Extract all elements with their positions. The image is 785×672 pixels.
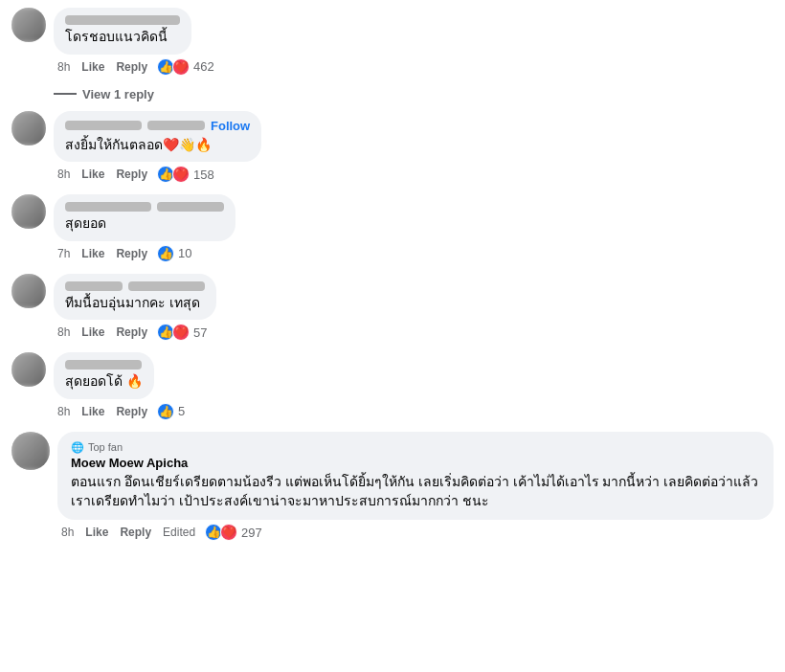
reaction-count: 5 [178, 404, 185, 418]
like-button[interactable]: Like [81, 60, 104, 74]
comment-body: สุดยอดโด้ 🔥 8h Like Reply 👍 5 [54, 352, 774, 420]
comment-body: Follow สงยิ้มให้กันตลอด❤️👋🔥 8h Like Repl… [54, 111, 774, 184]
reply-button[interactable]: Reply [116, 247, 147, 260]
avatar [11, 8, 46, 42]
comment-time: 8h [57, 325, 70, 339]
reply-button[interactable]: Reply [116, 405, 147, 418]
like-button[interactable]: Like [81, 405, 104, 418]
username-blur [65, 360, 142, 370]
comment-bubble: สุดยอด [54, 194, 236, 241]
reactions: 👍 ❤️ 57 [159, 324, 207, 341]
love-icon: ❤️ [172, 324, 190, 341]
reply-button[interactable]: Reply [116, 60, 147, 74]
comment-item-large: 🌐 Top fan Moew Moew Apicha ตอนแรก อึดนเช… [11, 432, 774, 541]
comment-bubble: สุดยอดโด้ 🔥 [54, 352, 154, 399]
like-button[interactable]: Like [85, 526, 108, 539]
comment-time: 8h [57, 60, 70, 74]
comment-text: สุดยอด [65, 214, 224, 234]
love-icon: ❤️ [172, 58, 190, 76]
edited-label: Edited [163, 526, 195, 539]
comment-item: ทีมนื้อบอุ่นมากคะ เทสุด 8h Like Reply 👍 … [11, 274, 774, 342]
comment-username: Moew Moew Apicha [71, 456, 760, 470]
comment-actions: 8h Like Reply 👍 ❤️ 57 [54, 324, 774, 341]
like-icon: 👍 [157, 403, 174, 420]
comment-bubble: โดรชอบแนวคิดนี้ [54, 8, 191, 55]
reply-button[interactable]: Reply [120, 526, 151, 539]
comment-text: โดรชอบแนวคิดนี้ [65, 28, 180, 47]
reactions: 👍 ❤️ 158 [159, 166, 214, 183]
view-replies[interactable]: View 1 reply [54, 87, 774, 101]
like-icon: 👍 [157, 245, 174, 262]
like-button[interactable]: Like [81, 325, 104, 339]
comment-text: ทีมนื้อบอุ่นมากคะ เทสุด [65, 294, 205, 313]
replies-line [54, 93, 77, 95]
username-blur2 [147, 121, 205, 130]
comment-item: Follow สงยิ้มให้กันตลอด❤️👋🔥 8h Like Repl… [11, 111, 774, 184]
avatar [11, 194, 46, 229]
reaction-count: 10 [178, 246, 191, 260]
username-blur [65, 202, 151, 212]
comment-body: โดรชอบแนวคิดนี้ 8h Like Reply 👍 ❤️ 462 [54, 8, 774, 76]
globe-icon: 🌐 [71, 441, 84, 454]
comment-body: ทีมนื้อบอุ่นมากคะ เทสุด 8h Like Reply 👍 … [54, 274, 774, 342]
reaction-count: 462 [193, 59, 214, 74]
reactions-large: 👍 ❤️ 297 [207, 524, 262, 541]
reactions: 👍 5 [159, 403, 185, 420]
reactions: 👍 10 [159, 245, 191, 262]
follow-button[interactable]: Follow [211, 119, 250, 133]
comment-time: 8h [61, 526, 74, 539]
comment-item: โดรชอบแนวคิดนี้ 8h Like Reply 👍 ❤️ 462 [11, 8, 774, 76]
username-blur2 [157, 202, 224, 212]
username-blur [65, 281, 123, 291]
reaction-count: 57 [193, 325, 207, 340]
reaction-count: 297 [241, 526, 262, 540]
love-icon: ❤️ [220, 524, 237, 541]
comment-text: สุดยอดโด้ 🔥 [65, 372, 143, 392]
like-button[interactable]: Like [81, 247, 104, 260]
reply-button[interactable]: Reply [116, 325, 147, 339]
comment-actions: 8h Like Reply 👍 ❤️ 158 [54, 166, 774, 183]
comment-item: สุดยอด 7h Like Reply 👍 10 [11, 194, 774, 262]
top-fan-badge: 🌐 Top fan [71, 441, 760, 454]
username-blur [65, 121, 142, 130]
avatar [11, 274, 46, 308]
reactions: 👍 ❤️ 462 [159, 58, 214, 76]
comment-bubble: Follow สงยิ้มให้กันตลอด❤️👋🔥 [54, 111, 261, 163]
comment-text-large: ตอนแรก อึดนเชียร์เดรียดตามน้องรีว แต่พอเ… [71, 473, 760, 510]
reaction-count: 158 [193, 168, 214, 182]
comment-text: สงยิ้มให้กันตลอด❤️👋🔥 [65, 136, 250, 155]
comment-actions-large: 8h Like Reply Edited 👍 ❤️ 297 [57, 524, 774, 541]
comment-time: 8h [57, 405, 70, 418]
comment-time: 7h [57, 247, 70, 260]
avatar [11, 111, 46, 146]
avatar [11, 352, 46, 387]
reply-button[interactable]: Reply [116, 168, 147, 181]
comment-body-large: 🌐 Top fan Moew Moew Apicha ตอนแรก อึดนเช… [57, 432, 774, 541]
comment-item: สุดยอดโด้ 🔥 8h Like Reply 👍 5 [11, 352, 774, 420]
comments-section: โดรชอบแนวคิดนี้ 8h Like Reply 👍 ❤️ 462 V… [0, 0, 785, 560]
comment-bubble-large: 🌐 Top fan Moew Moew Apicha ตอนแรก อึดนเช… [57, 432, 774, 520]
username-blur [65, 15, 180, 25]
like-button[interactable]: Like [81, 168, 104, 181]
comment-time: 8h [57, 168, 70, 181]
comment-actions: 8h Like Reply 👍 5 [54, 403, 774, 420]
love-icon: ❤️ [172, 166, 190, 183]
comment-actions: 7h Like Reply 👍 10 [54, 245, 774, 262]
top-fan-label: Top fan [88, 441, 123, 453]
comment-body: สุดยอด 7h Like Reply 👍 10 [54, 194, 774, 262]
username-blur2 [128, 281, 205, 291]
comment-bubble: ทีมนื้อบอุ่นมากคะ เทสุด [54, 274, 216, 321]
view-replies-label[interactable]: View 1 reply [82, 87, 154, 101]
comment-actions: 8h Like Reply 👍 ❤️ 462 [54, 58, 774, 76]
avatar [11, 432, 50, 470]
